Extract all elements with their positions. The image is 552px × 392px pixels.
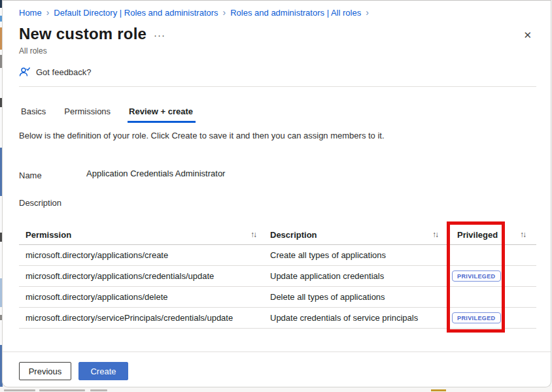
description-column-label: Description — [270, 230, 317, 240]
breadcrumb-chevron-icon: › — [46, 7, 50, 18]
permissions-table: Permission ↑↓ Description ↑↓ Privileged … — [19, 225, 536, 329]
review-info-text: Below is the definition of your role. Cl… — [19, 131, 385, 140]
breadcrumb-item-home[interactable]: Home — [19, 8, 42, 18]
permission-cell: microsoft.directory/applications/delete — [19, 292, 270, 302]
privileged-cell: PRIVILEGED — [452, 270, 520, 282]
new-custom-role-panel: Home › Default Directory | Roles and adm… — [2, 0, 551, 387]
more-options-icon[interactable]: ··· — [151, 28, 168, 42]
breadcrumb-item-all-roles[interactable]: Roles and administrators | All roles — [230, 8, 361, 18]
page-subtitle: All roles — [19, 46, 47, 56]
clipped-text-fragment — [4, 389, 35, 391]
column-header-privileged: Privileged — [452, 225, 520, 244]
sort-icon[interactable]: ↑↓ — [250, 230, 270, 239]
tab-permissions[interactable]: Permissions — [55, 104, 120, 122]
description-cell: Delete all types of applications — [270, 292, 452, 302]
sort-icon[interactable]: ↑↓ — [432, 230, 452, 239]
column-header-permission: Permission ↑↓ — [19, 225, 270, 244]
tab-review-create[interactable]: Review + create — [120, 104, 202, 122]
header-divider — [19, 86, 536, 87]
privileged-column-label: Privileged — [452, 230, 498, 240]
clipped-text-fragment — [39, 389, 85, 391]
privileged-badge: PRIVILEGED — [452, 312, 501, 323]
breadcrumb-item-directory-roles[interactable]: Default Directory | Roles and administra… — [54, 8, 218, 18]
name-field-label: Name — [19, 171, 42, 180]
feedback-person-icon — [19, 67, 31, 77]
clipped-accent-fragment — [431, 389, 446, 391]
tab-basics[interactable]: Basics — [19, 104, 55, 122]
table-row[interactable]: microsoft.directory/servicePrincipals/cr… — [19, 308, 536, 329]
close-icon[interactable]: ✕ — [520, 28, 535, 42]
privileged-badge: PRIVILEGED — [452, 270, 501, 282]
tab-review-create-label: Review + create — [129, 106, 193, 116]
table-row[interactable]: microsoft.directory/applications/delete … — [19, 287, 536, 308]
breadcrumb-chevron-icon: › — [366, 7, 369, 18]
sort-icon[interactable]: ↑↓ — [520, 230, 526, 239]
permission-cell: microsoft.directory/servicePrincipals/cr… — [19, 313, 270, 323]
description-cell: Create all types of applications — [270, 250, 452, 260]
tab-bar: Basics Permissions Review + create — [19, 104, 202, 122]
screen: Home › Default Directory | Roles and adm… — [0, 0, 552, 392]
table-row[interactable]: microsoft.directory/applications/create … — [19, 245, 536, 266]
footer-divider — [3, 351, 551, 352]
got-feedback-label: Got feedback? — [36, 67, 92, 77]
permission-cell: microsoft.directory/applications/create — [19, 250, 270, 260]
permission-cell: microsoft.directory/applications/credent… — [19, 271, 270, 281]
column-header-trailing: ↑↓ — [520, 225, 536, 244]
breadcrumb-chevron-icon: › — [223, 7, 226, 18]
got-feedback-link[interactable]: Got feedback? — [19, 67, 92, 77]
breadcrumb: Home › Default Directory | Roles and adm… — [19, 7, 369, 18]
privileged-cell: PRIVILEGED — [452, 312, 520, 323]
create-button[interactable]: Create — [78, 362, 128, 380]
name-field-value: Application Credentials Administrator — [86, 169, 225, 178]
description-cell: Update application credentials — [270, 271, 452, 281]
clipped-text-fragment — [90, 389, 107, 391]
previous-button[interactable]: Previous — [19, 362, 71, 380]
description-field-label: Description — [19, 198, 61, 208]
description-cell: Update credentials of service principals — [270, 313, 452, 323]
active-tab-indicator — [128, 121, 196, 123]
background-page-bottom-sliver — [0, 387, 552, 392]
permission-column-label: Permission — [19, 230, 71, 240]
column-header-description: Description ↑↓ — [270, 225, 452, 244]
tab-basics-label: Basics — [21, 106, 46, 116]
table-row[interactable]: microsoft.directory/applications/credent… — [19, 266, 536, 287]
table-header-row: Permission ↑↓ Description ↑↓ Privileged … — [19, 225, 536, 245]
page-title: New custom role — [19, 25, 147, 43]
tab-permissions-label: Permissions — [64, 106, 111, 116]
